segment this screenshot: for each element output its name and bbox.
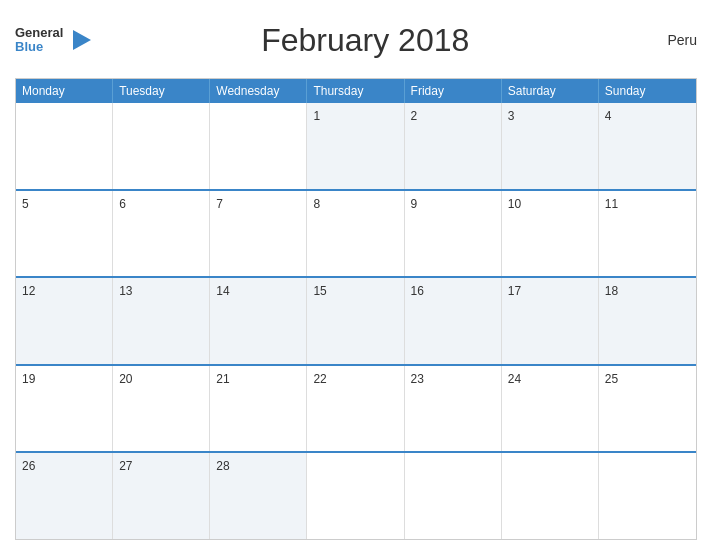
day-cell-4: 4: [599, 103, 696, 189]
week-row-5: 262728: [16, 451, 696, 539]
day-number: 8: [313, 197, 320, 211]
day-cell-empty-5: [502, 453, 599, 539]
day-cell-16: 16: [405, 278, 502, 364]
day-cell-empty-0: [16, 103, 113, 189]
week-row-3: 12131415161718: [16, 276, 696, 364]
day-cell-6: 6: [113, 191, 210, 277]
day-number: 21: [216, 372, 229, 386]
day-cell-8: 8: [307, 191, 404, 277]
day-cell-empty-3: [307, 453, 404, 539]
calendar-page: General Blue February 2018 Peru MondayTu…: [0, 0, 712, 550]
week-row-1: 1234: [16, 103, 696, 189]
day-header-thursday: Thursday: [307, 79, 404, 103]
day-headers-row: MondayTuesdayWednesdayThursdayFridaySatu…: [16, 79, 696, 103]
day-cell-24: 24: [502, 366, 599, 452]
logo-blue-text: Blue: [15, 40, 63, 54]
day-number: 25: [605, 372, 618, 386]
header: General Blue February 2018 Peru: [15, 10, 697, 70]
day-number: 27: [119, 459, 132, 473]
day-cell-12: 12: [16, 278, 113, 364]
day-number: 7: [216, 197, 223, 211]
day-header-saturday: Saturday: [502, 79, 599, 103]
week-row-2: 567891011: [16, 189, 696, 277]
day-cell-11: 11: [599, 191, 696, 277]
logo-general-text: General: [15, 26, 63, 40]
day-cell-1: 1: [307, 103, 404, 189]
day-cell-17: 17: [502, 278, 599, 364]
day-cell-19: 19: [16, 366, 113, 452]
day-header-sunday: Sunday: [599, 79, 696, 103]
day-number: 28: [216, 459, 229, 473]
calendar-grid: MondayTuesdayWednesdayThursdayFridaySatu…: [15, 78, 697, 540]
day-cell-14: 14: [210, 278, 307, 364]
day-cell-empty-2: [210, 103, 307, 189]
day-cell-20: 20: [113, 366, 210, 452]
logo: General Blue: [15, 26, 93, 55]
day-number: 13: [119, 284, 132, 298]
day-cell-13: 13: [113, 278, 210, 364]
day-cell-7: 7: [210, 191, 307, 277]
day-cell-22: 22: [307, 366, 404, 452]
day-header-friday: Friday: [405, 79, 502, 103]
week-row-4: 19202122232425: [16, 364, 696, 452]
day-header-monday: Monday: [16, 79, 113, 103]
svg-marker-0: [73, 30, 91, 50]
page-title: February 2018: [93, 22, 637, 59]
day-cell-21: 21: [210, 366, 307, 452]
day-number: 26: [22, 459, 35, 473]
day-cell-26: 26: [16, 453, 113, 539]
day-number: 2: [411, 109, 418, 123]
day-number: 16: [411, 284, 424, 298]
day-number: 6: [119, 197, 126, 211]
day-number: 18: [605, 284, 618, 298]
day-number: 22: [313, 372, 326, 386]
day-cell-28: 28: [210, 453, 307, 539]
day-header-wednesday: Wednesday: [210, 79, 307, 103]
day-number: 1: [313, 109, 320, 123]
day-number: 11: [605, 197, 618, 211]
day-cell-3: 3: [502, 103, 599, 189]
day-cell-2: 2: [405, 103, 502, 189]
day-number: 14: [216, 284, 229, 298]
day-number: 23: [411, 372, 424, 386]
weeks-container: 1234567891011121314151617181920212223242…: [16, 103, 696, 539]
logo-flag-icon: [65, 26, 93, 54]
day-header-tuesday: Tuesday: [113, 79, 210, 103]
day-number: 19: [22, 372, 35, 386]
day-number: 17: [508, 284, 521, 298]
day-cell-5: 5: [16, 191, 113, 277]
day-number: 12: [22, 284, 35, 298]
country-label: Peru: [637, 32, 697, 48]
day-number: 10: [508, 197, 521, 211]
day-number: 5: [22, 197, 29, 211]
day-cell-25: 25: [599, 366, 696, 452]
day-cell-18: 18: [599, 278, 696, 364]
day-cell-9: 9: [405, 191, 502, 277]
day-cell-empty-6: [599, 453, 696, 539]
day-number: 24: [508, 372, 521, 386]
day-number: 9: [411, 197, 418, 211]
day-number: 4: [605, 109, 612, 123]
day-cell-empty-1: [113, 103, 210, 189]
day-number: 20: [119, 372, 132, 386]
day-number: 15: [313, 284, 326, 298]
day-cell-empty-4: [405, 453, 502, 539]
day-cell-10: 10: [502, 191, 599, 277]
day-cell-15: 15: [307, 278, 404, 364]
day-cell-27: 27: [113, 453, 210, 539]
day-cell-23: 23: [405, 366, 502, 452]
day-number: 3: [508, 109, 515, 123]
